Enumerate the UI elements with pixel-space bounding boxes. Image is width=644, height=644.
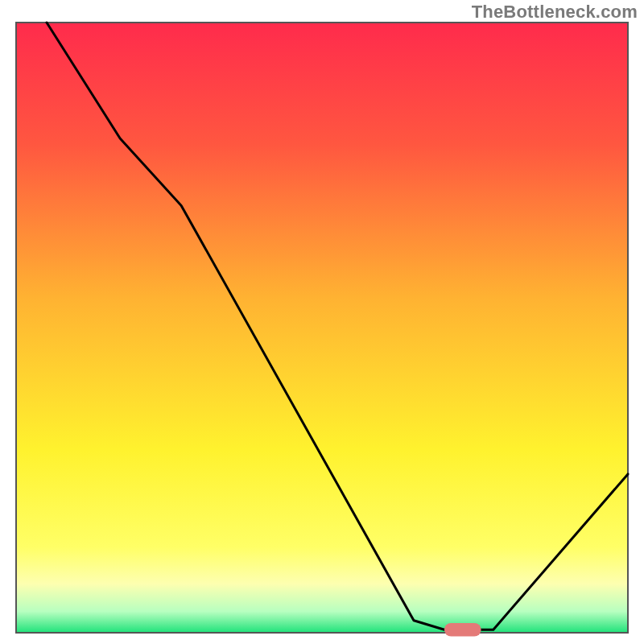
bottleneck-chart bbox=[0, 0, 644, 644]
highlight-pill bbox=[444, 623, 481, 637]
gradient-background bbox=[16, 23, 628, 633]
watermark-text: TheBottleneck.com bbox=[472, 2, 638, 23]
chart-container: TheBottleneck.com bbox=[0, 0, 644, 644]
